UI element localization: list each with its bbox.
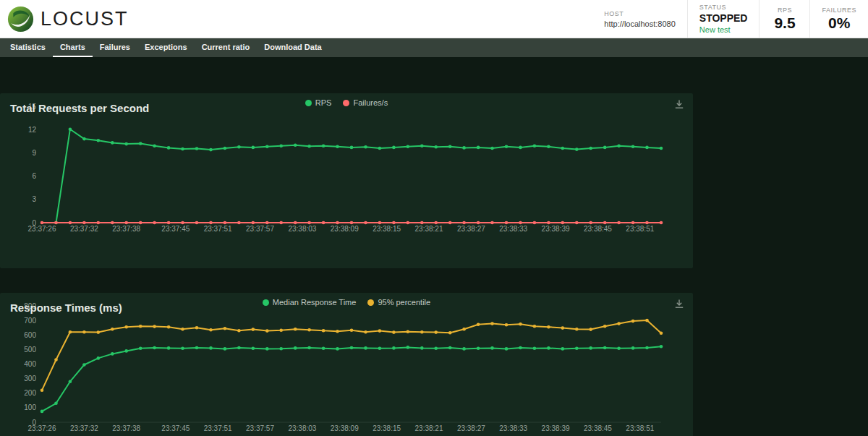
svg-text:23:38:39: 23:38:39	[542, 225, 570, 233]
tab-statistics[interactable]: Statistics	[3, 38, 53, 57]
tab-download-data[interactable]: Download Data	[257, 38, 328, 57]
rps-chart-title: Total Requests per Second	[10, 102, 149, 114]
rps-value: 9.5	[774, 14, 795, 32]
rps-label: RPS	[778, 7, 792, 14]
svg-text:200: 200	[24, 389, 36, 397]
svg-text:23:38:15: 23:38:15	[373, 424, 401, 432]
header-stats: HOST http://localhost:8080 STATUS STOPPE…	[592, 0, 868, 38]
charts-page: RPS Failures/s Total Requests per Second…	[0, 57, 868, 436]
status-block: STATUS STOPPED New test	[687, 0, 760, 38]
svg-text:23:38:45: 23:38:45	[584, 424, 612, 432]
rps-chart-plot[interactable]: 0369121523:37:2623:37:3223:37:3823:37:45…	[6, 93, 671, 241]
main-nav: Statistics Charts Failures Exceptions Cu…	[0, 38, 868, 57]
svg-text:23:38:15: 23:38:15	[373, 225, 401, 233]
svg-text:300: 300	[24, 375, 36, 382]
response-times-chart-title: Response Times (ms)	[10, 302, 122, 314]
logo-wordmark: LOCUST	[41, 8, 129, 30]
tab-current-ratio[interactable]: Current ratio	[195, 38, 258, 57]
svg-text:23:37:57: 23:37:57	[246, 424, 274, 432]
svg-text:23:37:38: 23:37:38	[112, 225, 140, 233]
svg-text:23:38:33: 23:38:33	[499, 424, 527, 432]
svg-text:23:37:45: 23:37:45	[161, 225, 190, 233]
rps-block: RPS 9.5	[759, 0, 809, 38]
svg-text:23:38:03: 23:38:03	[288, 424, 316, 432]
status-value: STOPPED	[699, 12, 748, 24]
host-value: http://localhost:8080	[604, 20, 675, 28]
svg-text:23:37:32: 23:37:32	[70, 225, 98, 233]
locust-logo[interactable]: LOCUST	[7, 6, 129, 33]
legend-item-failures[interactable]: Failures/s	[343, 98, 388, 107]
host-label: HOST	[604, 10, 675, 17]
svg-text:12: 12	[28, 126, 37, 134]
legend-dot-median	[263, 299, 269, 306]
legend-label-rps: RPS	[315, 98, 332, 107]
failures-label: FAILURES	[822, 7, 856, 14]
legend-item-p95[interactable]: 95% percentile	[367, 298, 430, 307]
svg-text:23:37:57: 23:37:57	[246, 225, 274, 233]
svg-text:3: 3	[32, 195, 36, 203]
svg-text:23:37:26: 23:37:26	[28, 424, 56, 432]
rps-chart-card: RPS Failures/s Total Requests per Second…	[0, 93, 693, 268]
svg-text:23:38:33: 23:38:33	[499, 225, 527, 233]
svg-text:23:37:45: 23:37:45	[161, 424, 190, 432]
svg-text:23:38:03: 23:38:03	[288, 225, 316, 233]
legend-label-failures: Failures/s	[353, 98, 388, 107]
tab-charts[interactable]: Charts	[53, 38, 93, 57]
response-times-chart-card: Median Response Time 95% percentile Resp…	[0, 293, 693, 436]
svg-text:600: 600	[24, 331, 36, 339]
svg-text:500: 500	[24, 346, 36, 354]
svg-text:700: 700	[24, 317, 36, 325]
svg-text:6: 6	[32, 172, 36, 180]
new-test-link[interactable]: New test	[699, 25, 748, 34]
tab-exceptions[interactable]: Exceptions	[137, 38, 195, 57]
legend-label-p95: 95% percentile	[378, 298, 430, 307]
legend-dot-rps	[305, 100, 312, 106]
svg-text:23:38:21: 23:38:21	[415, 225, 443, 233]
svg-text:23:38:27: 23:38:27	[457, 424, 485, 432]
svg-text:100: 100	[24, 403, 36, 411]
svg-text:23:38:27: 23:38:27	[457, 225, 485, 233]
svg-text:23:37:26: 23:37:26	[28, 225, 56, 233]
tab-failures[interactable]: Failures	[93, 38, 137, 57]
response-times-chart-plot[interactable]: 010020030040050060070080023:37:2623:37:3…	[6, 293, 671, 436]
svg-text:23:38:51: 23:38:51	[626, 424, 654, 432]
locust-logo-icon	[7, 6, 34, 33]
svg-text:23:38:45: 23:38:45	[584, 225, 612, 233]
host-block: HOST http://localhost:8080	[592, 0, 686, 38]
legend-item-rps[interactable]: RPS	[305, 98, 332, 107]
svg-text:23:38:09: 23:38:09	[331, 225, 359, 233]
svg-text:23:38:09: 23:38:09	[331, 424, 359, 432]
legend-dot-failures	[343, 100, 349, 106]
download-icon[interactable]	[674, 99, 684, 109]
svg-text:23:37:51: 23:37:51	[204, 424, 232, 432]
svg-text:23:38:51: 23:38:51	[626, 225, 654, 233]
download-icon[interactable]	[674, 299, 684, 309]
svg-text:23:37:38: 23:37:38	[112, 424, 140, 432]
failures-block: FAILURES 0%	[809, 0, 868, 38]
svg-text:23:38:39: 23:38:39	[542, 424, 570, 432]
svg-text:23:37:51: 23:37:51	[204, 225, 232, 233]
legend-dot-p95	[367, 299, 374, 306]
legend-item-median[interactable]: Median Response Time	[263, 298, 357, 307]
app-header: LOCUST HOST http://localhost:8080 STATUS…	[0, 0, 868, 38]
legend-label-median: Median Response Time	[273, 298, 357, 307]
failures-value: 0%	[828, 14, 850, 32]
svg-text:9: 9	[32, 149, 36, 157]
svg-text:400: 400	[24, 360, 36, 368]
svg-text:23:37:32: 23:37:32	[70, 424, 98, 432]
status-label: STATUS	[699, 4, 748, 11]
svg-text:23:38:21: 23:38:21	[415, 424, 443, 432]
